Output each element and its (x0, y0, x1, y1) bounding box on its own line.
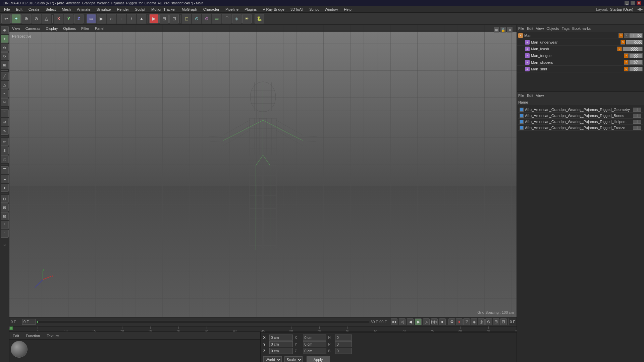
obj-plane[interactable]: ▭ (212, 14, 221, 23)
tool-move[interactable]: ✦ (11, 14, 21, 23)
tool-point[interactable]: · (117, 14, 126, 23)
menu-script[interactable]: Script (307, 7, 321, 12)
obj-tab-objects[interactable]: Objects (546, 26, 559, 31)
obj-row-shirt[interactable]: ▲ Man_shirt S (517, 66, 644, 72)
obj-tab-bookmarks[interactable]: Bookmarks (572, 26, 591, 31)
viewport-lock-btn[interactable]: 🔒 (500, 27, 506, 33)
tool-bend[interactable]: ⊇ (1, 118, 9, 126)
timeline-icon1[interactable]: ⚙ (448, 318, 455, 325)
maximize-button[interactable]: □ (631, 1, 635, 5)
obj-light[interactable]: ☀ (242, 14, 252, 23)
python-btn[interactable]: 🐍 (255, 14, 264, 23)
viewport[interactable]: View Cameras Display Options Filter Pane… (9, 25, 517, 317)
menu-3dto[interactable]: 3DToAll (288, 7, 306, 12)
obj-tab-tags[interactable]: Tags (562, 26, 570, 31)
tool-extra2[interactable]: ⊠ (1, 203, 9, 212)
render-active[interactable]: ▶ (149, 14, 159, 23)
flag-s6[interactable]: S (624, 67, 629, 71)
obj-tab-file[interactable]: File (518, 26, 524, 31)
coord-p-val[interactable] (335, 341, 352, 347)
attr-item-geometry[interactable]: Afro_American_Grandpa_Wearing_Pajamas_Ri… (518, 107, 643, 113)
timeline-icon3[interactable]: ? (463, 318, 470, 325)
timeline-icon6[interactable]: ⊙ (485, 318, 492, 325)
flag-v[interactable]: V (624, 33, 629, 38)
obj-row-man[interactable]: ▲ Man S V (517, 32, 644, 39)
goto-start-button[interactable]: ⏮ (391, 318, 397, 325)
tool-obj[interactable]: ⌂ (107, 14, 116, 23)
timeline-icon7[interactable]: ⊞ (493, 318, 499, 325)
menu-character[interactable]: Character (201, 7, 222, 12)
tool-extra1[interactable]: ⊟ (1, 195, 9, 203)
obj-spline[interactable]: ⌒ (222, 14, 231, 23)
undo-button[interactable]: ↩ (1, 14, 11, 23)
flag-s3[interactable]: S (617, 47, 622, 51)
mat-tab-function[interactable]: Function (24, 333, 42, 339)
menu-edit[interactable]: Edit (13, 7, 25, 12)
play-fwd-button[interactable]: ▷ (423, 318, 430, 325)
timeline-icon2[interactable]: ● (456, 318, 463, 325)
viewport-menu-panel[interactable]: Panel (95, 26, 104, 31)
menu-file[interactable]: File (1, 7, 13, 12)
close-button[interactable]: × (637, 1, 641, 5)
tool-anim[interactable]: ▶ (97, 14, 106, 23)
attr-item-helpers[interactable]: Afro_American_Grandpa_Wearing_Pajamas_Ri… (518, 119, 643, 125)
attr-tab-file[interactable]: File (518, 94, 524, 98)
frame-input[interactable] (22, 319, 36, 325)
menu-pipeline[interactable]: Pipeline (223, 7, 241, 12)
obj-sphere[interactable]: ⊙ (192, 14, 201, 23)
tool-rotate-left[interactable]: ↻ (1, 52, 9, 60)
tool-twist[interactable]: ∿ (1, 127, 9, 135)
play-back-button[interactable]: ◀ (407, 318, 414, 325)
coord-b-val[interactable] (335, 348, 352, 354)
menu-select[interactable]: Select (43, 7, 59, 12)
apply-button[interactable]: Apply (307, 356, 330, 362)
viewport-config-btn[interactable]: ⚙ (507, 27, 513, 33)
obj-tab-view[interactable]: View (536, 26, 544, 31)
viewport-menu-filter[interactable]: Filter (81, 26, 89, 31)
goto-end-button[interactable]: ⏭ (439, 318, 446, 325)
tool-paint[interactable]: ✏ (1, 138, 9, 146)
obj-cylinder[interactable]: ⊘ (202, 14, 211, 23)
tool-knife[interactable]: ✂ (1, 98, 9, 106)
minimize-button[interactable]: _ (625, 1, 629, 5)
timeline-ruler[interactable]: 051015202530354045505560657075808590 (9, 326, 517, 332)
coord-y-pos[interactable] (269, 341, 293, 347)
tool-deform[interactable]: ⌒ (1, 109, 9, 117)
coord-z-size[interactable] (303, 348, 326, 354)
tool-extra3[interactable]: ⊡ (1, 212, 9, 220)
menu-window[interactable]: Window (322, 7, 340, 12)
menu-simulate[interactable]: Simulate (94, 7, 114, 12)
obj-row-slippers[interactable]: ▲ Man_slippers S (517, 59, 644, 66)
obj-row-underwear[interactable]: ▲ Man_underwear S (517, 39, 644, 46)
tool-poly[interactable]: ▲ (137, 14, 146, 23)
menu-animate[interactable]: Animate (74, 7, 93, 12)
layout-arrows[interactable]: ◀▶ (637, 7, 643, 11)
tool-scale[interactable]: ⊕ (21, 14, 31, 23)
tool-weight[interactable]: ◎ (1, 155, 9, 163)
coord-x-pos[interactable] (269, 335, 293, 341)
flag-s4[interactable]: S (624, 53, 629, 58)
coord-z-pos[interactable] (269, 348, 293, 354)
timeline-icon5[interactable]: ◎ (478, 318, 485, 325)
menu-vray[interactable]: V-Ray Bridge (260, 7, 287, 12)
viewport-expand-btn[interactable]: ⊞ (494, 27, 499, 33)
viewport-menu-view[interactable]: View (12, 26, 20, 31)
menu-render[interactable]: Render (114, 7, 131, 12)
tool-extra4[interactable]: ⋮ (1, 221, 9, 229)
tool-brush[interactable]: ⌁ (1, 89, 9, 98)
tool-material[interactable]: ● (1, 184, 9, 192)
tool-y[interactable]: Y (64, 14, 73, 23)
tool-model[interactable]: ▭ (87, 14, 96, 23)
tool-z[interactable]: Z (74, 14, 84, 23)
coord-x-size[interactable] (303, 335, 326, 341)
tool-floor[interactable]: ▔ (1, 166, 9, 174)
tool-rotate[interactable]: ⊙ (32, 14, 41, 23)
attr-item-freeze[interactable]: Afro_American_Grandpa_Wearing_Pajamas_Ri… (518, 125, 643, 131)
viewport-menu-options[interactable]: Options (63, 26, 76, 31)
tool-x[interactable]: X (54, 14, 63, 23)
tool-move-left[interactable]: ✦ (1, 35, 9, 43)
tool-poly-left[interactable]: △ (1, 81, 9, 89)
menu-help[interactable]: Help (341, 7, 354, 12)
attr-item-bones[interactable]: Afro_American_Grandpa_Wearing_Pajamas_Ri… (518, 113, 643, 119)
menu-mograph[interactable]: MoGraph (179, 7, 200, 12)
